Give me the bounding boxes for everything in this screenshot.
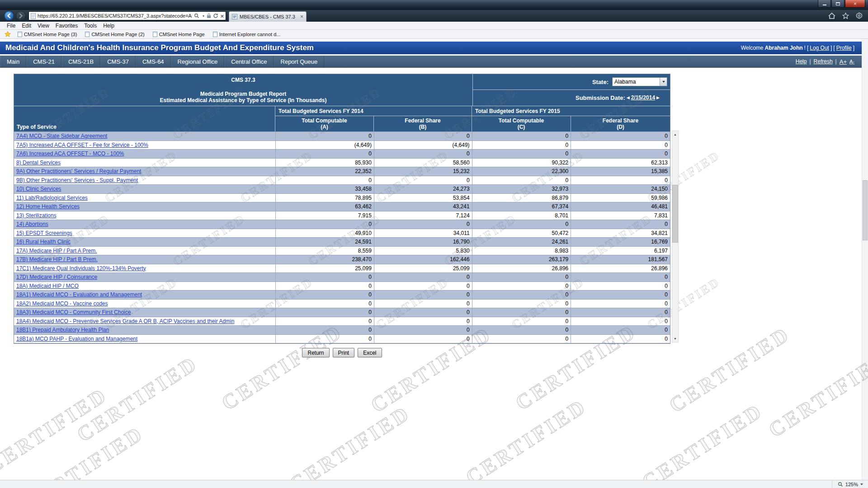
table-row: 18A) Medicaid HIP / MCO0000 [14,282,670,291]
zoom-control[interactable]: 125% [832,480,866,488]
search-icon[interactable] [194,13,199,19]
favorites-item[interactable]: CMSnet Home Page (3) [14,32,81,37]
print-button[interactable]: Print [333,348,355,357]
table-scroll-down-button[interactable]: ▼ [672,335,678,342]
page-icon [18,32,22,37]
service-link[interactable]: 7A4) MCO - State Sidebar Agreement [16,133,107,139]
menu-item-file[interactable]: File [4,23,19,29]
window-scrollbar-thumb[interactable] [863,180,868,240]
nav-item-cms-21[interactable]: CMS-21 [26,56,61,68]
font-decrease-link[interactable]: A- [849,56,854,68]
service-link[interactable]: 9B) Other Practitioners' Services - Supp… [16,177,138,183]
stop-icon[interactable]: × [220,13,224,19]
nav-item-cms-21b[interactable]: CMS-21B [61,56,100,68]
table-scrollbar[interactable]: ▲ ▼ [672,131,679,343]
nav-item-cms-37[interactable]: CMS-37 [100,56,136,68]
return-button[interactable]: Return [302,348,329,357]
back-button[interactable] [4,11,14,21]
service-link[interactable]: 9A) Other Practitioners' Services / Regu… [16,168,141,174]
refresh-link[interactable]: Refresh [814,56,833,68]
value-cell: 0 [571,317,670,326]
menu-item-help[interactable]: Help [100,23,118,29]
favorites-bar-star-icon[interactable] [5,31,11,37]
service-link[interactable]: 7A6) Increased ACA OFFSET - MCO - 100% [16,150,124,157]
prev-date-arrow-icon[interactable]: ◀ [626,95,630,100]
browser-tab[interactable]: MBES/CBES - CMS 37.3 × [229,11,307,22]
nav-item-central-office[interactable]: Central Office [224,56,274,68]
logout-link[interactable]: Log Out [810,42,829,54]
service-link[interactable]: 18B1a) MCO PAHP - Evaluation and Managem… [16,336,137,342]
page-content: Medicaid And Children's Health Insurance… [0,39,868,480]
address-bar[interactable]: https://65.220.21.9/MBESCBES/CMS37/CMS37… [28,11,226,20]
window-close-button[interactable]: × [845,0,865,8]
refresh-icon[interactable] [213,13,218,19]
help-link[interactable]: Help [796,56,807,68]
nav-item-report-queue[interactable]: Report Queue [274,56,325,68]
value-cell: 0 [472,291,571,300]
nav-item-regional-office[interactable]: Regional Office [171,56,225,68]
forward-button[interactable] [16,11,26,21]
service-link[interactable]: 18A1) Medicaid MCO - Evaluation and Mana… [16,291,142,298]
value-cell: 0 [571,220,670,229]
favorites-item[interactable]: CMSnet Home Page [149,32,209,37]
watermark-text: CERTIFIED [18,421,148,480]
state-select-value: Alabama [613,79,660,85]
service-link[interactable]: 13) Sterilizations [16,212,57,219]
tab-close-icon[interactable]: × [300,14,303,19]
value-cell: 0 [571,300,670,309]
favorites-star-icon[interactable] [842,13,849,19]
value-cell: 8,701 [472,211,571,221]
table-row: 11) Lab/Radiological Services78,89553,85… [14,194,670,203]
window-minimize-button[interactable] [818,0,831,8]
search-dropdown-icon[interactable]: ▼ [202,14,205,18]
service-cell: 14) Abortions [14,220,276,229]
home-icon[interactable] [828,13,835,19]
table-scrollbar-track[interactable] [672,138,678,335]
favorites-item[interactable]: Internet Explorer cannot d... [209,32,285,37]
service-link[interactable]: 16) Rural Health Clinic [16,239,71,245]
nav-item-cms-64[interactable]: CMS-64 [136,56,171,68]
url-text[interactable]: https://65.220.21.9/MBESCBES/CMS37/CMS37… [38,13,192,19]
service-link[interactable]: 18A2) Medicaid MCO - Vaccine codes [16,300,108,307]
service-link[interactable]: 14) Abortions [16,221,48,227]
service-link[interactable]: 10) Clinic Services [16,186,61,192]
service-link[interactable]: 18B1) Prepaid Ambulatory Health Plan [16,327,109,333]
service-link[interactable]: 17A) Medicare HIP / Part A Prem. [16,248,97,254]
gear-icon[interactable] [856,12,863,19]
service-link[interactable]: 18A3) Medicaid MCO - Community First Cho… [16,309,131,315]
font-increase-link[interactable]: A+ [840,56,847,68]
menu-item-view[interactable]: View [34,23,52,29]
table-scrollbar-thumb[interactable] [672,185,678,243]
value-cell: 24,591 [276,238,374,247]
menu-item-tools[interactable]: Tools [81,23,100,29]
window-scrollbar[interactable] [862,39,868,480]
state-select-dropdown-icon[interactable] [660,78,667,86]
value-cell: 34,821 [571,229,670,238]
service-link[interactable]: 8) Dental Services [16,160,61,166]
menu-item-favorites[interactable]: Favorites [52,23,81,29]
service-link[interactable]: 17C1) Medicare Qual Individuals 120%-134… [16,265,146,272]
profile-link[interactable]: Profile [836,42,852,54]
state-select[interactable]: Alabama [612,77,667,86]
service-link[interactable]: 7A5) Increased ACA OFFSET - Fee for Serv… [16,142,148,148]
service-link[interactable]: 17D) Medicare HIP / Coinsurance [16,274,97,280]
value-cell: 0 [374,326,472,335]
service-link[interactable]: 11) Lab/Radiological Services [16,195,88,201]
nav-item-main[interactable]: Main [0,56,26,68]
submission-date-link[interactable]: 2/15/2014 [631,94,655,101]
value-cell: 90,322 [472,159,571,168]
menu-item-edit[interactable]: Edit [19,23,34,29]
service-link[interactable]: 12) Home Health Services [16,203,80,210]
watermark-text: CERTIFIED [764,346,868,442]
window-maximize-button[interactable] [831,0,844,8]
value-cell: 0 [472,141,571,150]
service-link[interactable]: 17B) Medicare HIP / Part B Prem. [16,256,98,263]
service-link[interactable]: 15) EPSDT Screenings [16,230,72,236]
service-link[interactable]: 18A) Medicaid HIP / MCO [16,283,79,289]
favorites-item[interactable]: CMSnet Home Page (2) [81,32,148,37]
table-scroll-up-button[interactable]: ▲ [672,131,678,138]
next-date-arrow-icon[interactable]: ▶ [656,95,660,100]
report-table: CMS 37.3 Medicaid Program Budget Report … [14,74,670,344]
service-link[interactable]: 18A4) Medicaid MCO - Preventive Services… [16,318,234,324]
excel-button[interactable]: Excel [358,348,382,357]
